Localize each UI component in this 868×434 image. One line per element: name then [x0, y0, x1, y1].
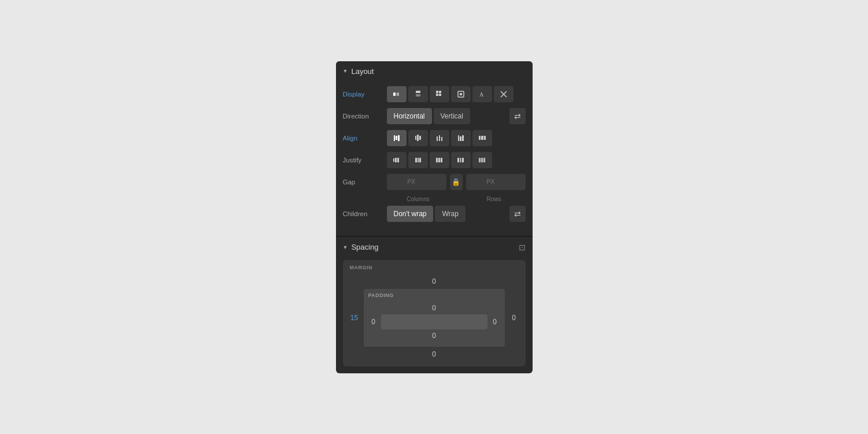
display-btn-group: A: [387, 86, 526, 102]
layout-section-body: Display: [336, 81, 533, 236]
gap-columns-input-group: 0 PX: [387, 174, 446, 190]
svg-rect-7: [436, 94, 438, 96]
svg-rect-32: [415, 158, 417, 162]
display-row: Display: [343, 86, 526, 102]
gap-inputs: 0 PX 🔒 0 PX: [387, 174, 526, 190]
svg-rect-26: [479, 136, 481, 140]
margin-label: MARGIN: [350, 265, 373, 270]
svg-rect-42: [481, 158, 482, 162]
justify-evenly-btn[interactable]: [472, 152, 492, 168]
svg-rect-22: [441, 137, 442, 141]
spacing-chevron-icon: ▼: [343, 244, 348, 250]
children-nowrap-btn[interactable]: Don't wrap: [387, 206, 434, 222]
svg-rect-4: [416, 94, 420, 97]
direction-swap-btn[interactable]: ⇄: [509, 108, 526, 124]
direction-vertical-btn[interactable]: Vertical: [434, 108, 470, 124]
gap-label: Gap: [343, 179, 382, 186]
gap-rows-unit: PX: [487, 179, 494, 185]
padding-left-value[interactable]: 0: [368, 318, 379, 326]
svg-rect-44: [484, 158, 485, 162]
display-text-btn[interactable]: A: [472, 86, 492, 102]
padding-right-value[interactable]: 0: [490, 318, 500, 326]
svg-rect-3: [416, 91, 420, 93]
padding-box: PADDING 0 0 0 0: [364, 289, 505, 347]
margin-bottom-value[interactable]: 0: [349, 350, 520, 361]
direction-label: Direction: [343, 113, 382, 120]
margin-left-value[interactable]: 15: [349, 314, 360, 322]
svg-rect-27: [481, 136, 483, 140]
gap-lock-btn[interactable]: 🔒: [450, 174, 463, 190]
children-label: Children: [343, 210, 382, 217]
align-start-btn[interactable]: [387, 130, 407, 146]
display-grid-btn[interactable]: [430, 86, 449, 102]
svg-rect-28: [484, 136, 486, 140]
svg-rect-18: [417, 135, 419, 141]
gap-columns-input[interactable]: 0: [390, 178, 408, 186]
direction-btn-group: Horizontal Vertical: [387, 108, 505, 124]
gap-lock-spacer: [450, 196, 463, 202]
children-row: Children Don't wrap Wrap ⇄: [343, 206, 526, 222]
svg-rect-37: [441, 158, 442, 162]
svg-rect-6: [439, 91, 441, 93]
padding-label: PADDING: [368, 292, 394, 298]
svg-rect-15: [396, 136, 397, 140]
align-btn-group: [387, 130, 526, 146]
spacing-title: Spacing: [351, 243, 378, 251]
svg-rect-8: [439, 94, 441, 96]
justify-between-btn[interactable]: [430, 152, 449, 168]
svg-rect-17: [415, 136, 416, 140]
svg-rect-1: [397, 92, 399, 96]
svg-rect-5: [436, 91, 438, 93]
svg-rect-41: [479, 158, 480, 162]
align-stretch-btn[interactable]: [472, 130, 492, 146]
justify-around-btn[interactable]: [451, 152, 471, 168]
display-flex-row-btn[interactable]: [387, 86, 407, 102]
margin-middle-row: 15 PADDING 0 0 0 0 0: [349, 289, 520, 347]
layout-chevron-icon: ▼: [343, 68, 348, 74]
display-none-btn[interactable]: [494, 86, 514, 102]
svg-rect-20: [437, 136, 438, 141]
gap-rows-input[interactable]: 0: [470, 178, 487, 186]
align-label: Align: [343, 135, 382, 142]
display-frame-btn[interactable]: [451, 86, 471, 102]
margin-top-value[interactable]: 0: [349, 266, 520, 289]
layout-panel: ▼ Layout Display: [336, 61, 533, 373]
padding-inner-box: [381, 314, 487, 329]
align-center-btn[interactable]: [408, 130, 428, 146]
direction-row: Direction Horizontal Vertical ⇄: [343, 108, 526, 124]
align-baseline-btn[interactable]: [430, 130, 449, 146]
svg-rect-33: [418, 158, 419, 162]
spacing-box: MARGIN 0 15 PADDING 0 0 0 0 0 0: [343, 260, 526, 366]
svg-rect-19: [419, 136, 421, 140]
svg-rect-30: [395, 158, 397, 162]
justify-start-btn[interactable]: [387, 152, 407, 168]
spacing-section: ▼ Spacing ⊡ MARGIN 0 15 PADDING 0 0 0 0: [336, 236, 533, 366]
gap-columns-unit: PX: [408, 179, 415, 185]
display-flex-col-btn[interactable]: [408, 86, 428, 102]
justify-row: Justify: [343, 152, 526, 168]
layout-section: ▼ Layout Display: [336, 61, 533, 236]
svg-rect-35: [436, 158, 438, 162]
align-end-btn[interactable]: [451, 130, 471, 146]
spacing-section-header: ▼ Spacing ⊡: [336, 236, 533, 258]
svg-rect-14: [394, 135, 395, 141]
gap-rows-label: Rows: [463, 196, 526, 202]
gap-row: Gap 0 PX 🔒 0 PX: [343, 174, 526, 190]
svg-text:A: A: [479, 91, 484, 98]
children-swap-btn[interactable]: ⇄: [509, 206, 526, 222]
svg-rect-25: [462, 135, 464, 141]
direction-horizontal-btn[interactable]: Horizontal: [387, 108, 432, 124]
justify-label: Justify: [343, 157, 382, 164]
children-wrap-btn[interactable]: Wrap: [435, 206, 465, 222]
svg-rect-24: [460, 136, 461, 141]
justify-center-btn[interactable]: [408, 152, 428, 168]
spacing-icon: ⊡: [519, 243, 526, 252]
svg-rect-40: [462, 158, 464, 162]
svg-rect-23: [458, 135, 459, 141]
svg-rect-29: [393, 158, 394, 162]
svg-rect-43: [482, 158, 483, 162]
justify-btn-group: [387, 152, 526, 168]
margin-right-value[interactable]: 0: [508, 314, 520, 322]
svg-rect-34: [419, 158, 421, 162]
padding-bottom-value[interactable]: 0: [368, 332, 500, 342]
